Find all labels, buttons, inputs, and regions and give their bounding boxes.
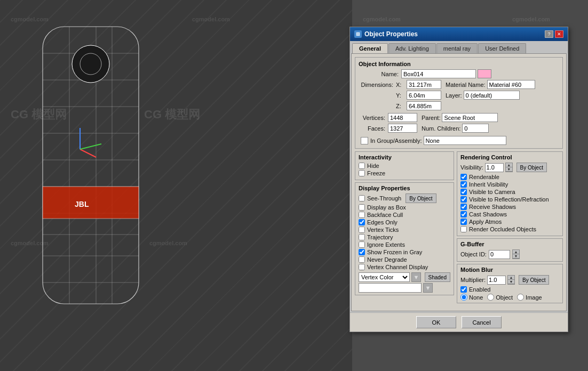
color-swatch[interactable] [478, 69, 491, 78]
tab-general[interactable]: General [352, 43, 388, 53]
never-degrade-checkbox[interactable] [359, 256, 365, 263]
ignore-extents-checkbox[interactable] [359, 241, 365, 248]
edges-only-checkbox[interactable] [359, 219, 365, 225]
freeze-row: Freeze [359, 170, 450, 176]
apply-atmos-checkbox[interactable] [460, 219, 467, 225]
object-id-label: Object ID: [460, 251, 487, 257]
backface-cull-label: Backface Cull [367, 212, 403, 218]
object-id-input[interactable] [489, 250, 510, 259]
faces-row: Faces: [359, 124, 417, 133]
help-button[interactable]: ? [545, 30, 553, 38]
svg-line-19 [80, 149, 96, 157]
object-properties-dialog: ⊞ Object Properties ? ✕ General Adv. Lig… [349, 27, 568, 332]
tab-mental-ray[interactable]: mental ray [436, 43, 478, 53]
vertices-input[interactable] [388, 113, 417, 122]
interactivity-section: Interactivity Hide Freeze [355, 151, 454, 180]
apply-atmos-label: Apply Atmos [469, 219, 502, 225]
title-buttons: ? ✕ [545, 30, 563, 38]
vertex-color-select[interactable]: Vertex Color [359, 272, 410, 282]
enabled-row: Enabled [460, 286, 559, 293]
object-info-label: Object Information [359, 61, 559, 67]
ignore-extents-label: Ignore Extents [367, 241, 405, 248]
watermark-3: cgmodel.com [363, 16, 401, 22]
none-radio-label[interactable]: None [460, 294, 483, 301]
motion-blur-section: Motion Blur Multiplier: ▲ ▼ By Object En… [457, 264, 563, 303]
main-columns: Interactivity Hide Freeze Display Proper… [355, 151, 563, 305]
rendering-by-object-button[interactable]: By Object [517, 163, 547, 172]
receive-shadows-checkbox[interactable] [460, 204, 467, 210]
z-input[interactable] [407, 101, 441, 110]
visibility-spinner: ▲ ▼ [505, 163, 513, 172]
tab-user-defined[interactable]: User Defined [478, 43, 526, 53]
tab-adv-lighting[interactable]: Adv. Lighting [388, 43, 436, 53]
inherit-visibility-checkbox[interactable] [460, 181, 467, 188]
visible-camera-checkbox[interactable] [460, 189, 467, 195]
multiplier-label: Multiplier: [460, 277, 486, 283]
visibility-down[interactable]: ▼ [506, 167, 512, 172]
none-radio[interactable] [460, 294, 467, 301]
close-button[interactable]: ✕ [555, 30, 563, 38]
y-input[interactable] [407, 91, 441, 100]
renderable-row: Renderable [460, 174, 559, 180]
svg-line-20 [80, 144, 101, 149]
multiplier-input[interactable] [487, 276, 506, 285]
show-frozen-label: Show Frozen in Gray [367, 249, 422, 255]
cast-shadows-checkbox[interactable] [460, 211, 467, 217]
material-input[interactable] [487, 80, 535, 89]
show-frozen-row: Show Frozen in Gray [359, 249, 450, 255]
visibility-input[interactable] [485, 163, 504, 172]
render-occluded-checkbox[interactable] [460, 226, 467, 232]
parent-col: Parent: Num. Children: [422, 113, 559, 134]
hide-checkbox[interactable] [359, 163, 365, 169]
show-frozen-checkbox[interactable] [359, 249, 365, 255]
motion-blur-title: Motion Blur [460, 267, 559, 273]
group-input[interactable] [424, 136, 506, 145]
image-radio-label[interactable]: Image [517, 294, 542, 301]
multiplier-up[interactable]: ▲ [508, 276, 514, 280]
object-radio[interactable] [487, 294, 494, 301]
none-label: None [469, 294, 483, 301]
cancel-button[interactable]: Cancel [462, 316, 502, 328]
multiplier-down[interactable]: ▼ [508, 280, 514, 284]
motion-blur-by-object-button[interactable]: By Object [519, 275, 549, 285]
vertex-color-row: Vertex Color ▼ Shaded [359, 272, 450, 282]
vertex-ticks-checkbox[interactable] [359, 227, 365, 233]
parent-label: Parent: [422, 115, 440, 121]
trajectory-checkbox[interactable] [359, 234, 365, 240]
object-radio-label[interactable]: Object [487, 294, 513, 301]
x-input[interactable] [407, 80, 441, 89]
name-input[interactable] [401, 69, 476, 78]
second-dropdown[interactable] [359, 283, 422, 293]
freeze-checkbox[interactable] [359, 170, 365, 176]
layer-input[interactable] [464, 91, 520, 100]
object-id-up[interactable]: ▲ [513, 250, 519, 254]
enabled-checkbox[interactable] [460, 286, 467, 293]
vertex-ticks-row: Vertex Ticks [359, 227, 450, 233]
faces-input[interactable] [388, 124, 417, 133]
object-id-down[interactable]: ▼ [513, 254, 519, 259]
object-info-section: Object Information Name: Dimensions: X: [355, 57, 563, 149]
visibility-up[interactable]: ▲ [506, 163, 512, 167]
dialog-titlebar: ⊞ Object Properties ? ✕ [350, 27, 568, 41]
second-dropdown-arrow[interactable]: ▼ [423, 283, 433, 293]
never-degrade-row: Never Degrade [359, 256, 450, 263]
3d-object-wireframe: JBL [27, 21, 187, 330]
renderable-label: Renderable [469, 174, 499, 180]
display-by-object-button[interactable]: By Object [406, 193, 436, 203]
shaded-button[interactable]: Shaded [425, 272, 450, 282]
dropdown-arrow[interactable]: ▼ [411, 272, 420, 282]
image-radio[interactable] [517, 294, 524, 301]
vertices-col: Vertices: Faces: [359, 113, 417, 134]
dimensions-label: Dimensions: [359, 82, 396, 88]
parent-input[interactable] [442, 113, 498, 122]
visible-reflection-checkbox[interactable] [460, 196, 467, 203]
display-as-box-checkbox[interactable] [359, 204, 365, 211]
num-children-input[interactable] [462, 124, 489, 133]
dialog-title-text: Object Properties [364, 30, 418, 38]
backface-cull-checkbox[interactable] [359, 212, 365, 218]
freeze-label: Freeze [367, 170, 385, 176]
see-through-checkbox[interactable] [359, 195, 365, 201]
vertex-channel-checkbox[interactable] [359, 264, 365, 270]
ok-button[interactable]: OK [416, 316, 456, 328]
renderable-checkbox[interactable] [460, 174, 467, 180]
